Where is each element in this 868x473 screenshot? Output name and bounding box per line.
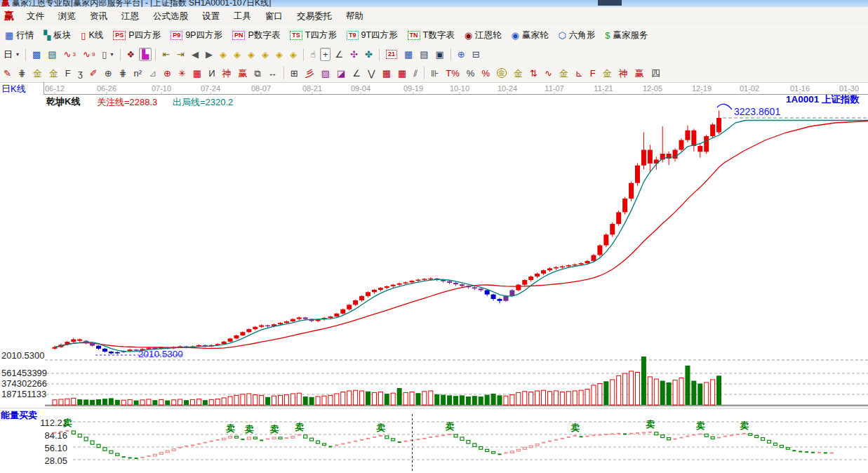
gold-circle-icon[interactable]: 金 (494, 66, 509, 80)
date-tick-label: 10-24 (498, 84, 517, 93)
box-tool-icon[interactable]: ⊞ (288, 67, 301, 80)
gann-wheel-button[interactable]: ◉江恩轮 (460, 27, 506, 44)
toolbar-separator (303, 48, 304, 61)
hand-tool-icon[interactable]: ☝ (307, 48, 319, 61)
shen-slash-icon[interactable]: 神 (616, 67, 631, 80)
gann-ruler-icon[interactable]: ⋕ (15, 67, 29, 80)
gold-ruler-2-icon[interactable]: 金 (46, 67, 61, 80)
crosshair-tool-icon[interactable]: + (320, 48, 331, 61)
gann-diamond-v-icon[interactable]: ◈ (273, 48, 286, 61)
fibonacci-ruler-icon[interactable]: F (62, 67, 74, 80)
info-list-icon[interactable]: ▤ (45, 48, 59, 61)
wave-9-icon[interactable]: ∿9 (80, 48, 98, 61)
compass-icon[interactable]: ⊕ (161, 67, 174, 80)
parallel-lines-icon[interactable]: ⫽ (410, 67, 420, 80)
swing-tool-icon[interactable]: ⇅ (527, 67, 540, 80)
ying-tool-icon[interactable]: 赢 (236, 67, 251, 80)
gann-grid-tool-icon[interactable]: ✤ (362, 48, 375, 61)
menu-item-3[interactable]: 江恩 (114, 8, 146, 25)
percent-icon[interactable]: % (464, 67, 478, 80)
last-page-button[interactable]: ⇥ (174, 48, 187, 61)
wave-3-icon[interactable]: ∿3 (61, 48, 79, 61)
menu-item-8[interactable]: 交易委托 (290, 8, 339, 25)
menu-item-7[interactable]: 窗口 (258, 8, 290, 25)
menu-item-0[interactable]: 文件 (20, 8, 51, 25)
gann-diamond-x-icon[interactable]: ◈ (259, 48, 272, 61)
save-icon[interactable]: ▣ (433, 48, 447, 61)
brush-tool-icon[interactable]: ✐ (87, 67, 100, 80)
candle-style-dropdown[interactable]: ▯▾ (99, 48, 116, 61)
spiral-tool-icon[interactable]: ʒ (75, 67, 86, 80)
shen-tool-icon[interactable]: 神 (220, 67, 234, 80)
multi-window-icon[interactable]: ▩ (29, 48, 44, 61)
fan-shade-icon[interactable]: ◪ (334, 67, 348, 80)
gold-angle-icon[interactable]: 金 (556, 67, 571, 80)
app-logo-icon: 赢 (0, 10, 20, 22)
band-tool-icon[interactable]: ∿ (542, 67, 555, 80)
width-measure-icon[interactable]: ↔ (265, 67, 280, 80)
wave-mark-icon[interactable]: И (206, 67, 218, 80)
t-percent-icon[interactable]: T% (443, 67, 462, 80)
check-lines-icon[interactable]: ⋁ (365, 67, 378, 80)
winner-service-button[interactable]: $赢家服务 (601, 27, 652, 44)
report-icon[interactable]: ▤ (417, 48, 431, 61)
web-update-icon[interactable]: ⊕ (455, 48, 468, 61)
trendline-tool-icon[interactable]: ∠ (332, 48, 346, 61)
circle-ruler-icon[interactable]: ⊕ (102, 67, 115, 80)
menu-item-9[interactable]: 帮助 (339, 8, 370, 25)
grid-gauge-icon[interactable]: ▦ (190, 67, 204, 80)
kline-button[interactable]: ▯K线 (76, 27, 107, 44)
grid-a-icon[interactable]: ▦ (380, 67, 394, 80)
percent-levels-icon[interactable]: % (479, 67, 493, 80)
gann-shape-tool-icon[interactable]: ✣ (347, 48, 361, 61)
gann-diamond-h-icon[interactable]: ◈ (245, 48, 258, 61)
gann-diamond-right-icon[interactable]: ◈ (231, 48, 243, 61)
ying-slash-icon[interactable]: 赢 (632, 67, 647, 80)
gann-diamond-left-icon[interactable]: ◈ (217, 48, 229, 61)
9t-square-button-icon: T9 (347, 31, 359, 40)
fan-box-icon[interactable]: ▨ (319, 67, 333, 80)
grid-b-icon[interactable]: ▦ (395, 67, 409, 80)
gold-levels-icon[interactable]: 金 (511, 67, 526, 80)
gann-diamond-all-icon[interactable]: ◈ (287, 48, 300, 61)
p-number-table-button[interactable]: PNP数字表 (228, 27, 284, 44)
angle-fan-icon[interactable]: ∠ (349, 67, 363, 80)
quotes-button[interactable]: ▦行情 (1, 27, 38, 44)
next-page-button[interactable]: ▶ (203, 48, 215, 61)
star-gauge-icon[interactable]: ✳ (175, 67, 189, 80)
menu-item-2[interactable]: 资讯 (83, 8, 114, 25)
sectors-button[interactable]: ▚板块 (39, 27, 75, 44)
remote-data-icon[interactable]: ⊟ (469, 48, 483, 61)
mirror-angle-icon[interactable]: ⊿ (146, 67, 159, 80)
menu-item-1[interactable]: 浏览 (51, 8, 83, 25)
f-slash-icon[interactable]: F (587, 67, 599, 80)
first-page-button[interactable]: ⇤ (159, 48, 173, 61)
t-number-table-button[interactable]: TNT数字表 (403, 27, 459, 44)
hexagon-button[interactable]: ⬡六角形 (554, 27, 599, 44)
period-daily-dropdown[interactable]: 日▾ (1, 48, 22, 61)
menu-item-6[interactable]: 工具 (227, 8, 258, 25)
menu-item-5[interactable]: 设置 (195, 8, 227, 25)
pen-tool-icon[interactable]: ✎ (1, 67, 14, 80)
gold-ruler-1-icon[interactable]: 金 (30, 67, 45, 80)
kline-chart-canvas[interactable]: 06-1206-2607-1007-2408-0708-2109-0409-19… (0, 82, 868, 473)
chip-tool-icon[interactable]: ❖ (124, 48, 138, 61)
winner-wheel-button[interactable]: ◉赢家轮 (507, 27, 553, 44)
si-slash-icon[interactable]: 四 (648, 67, 663, 80)
9p-square-button[interactable]: P99P四方形 (166, 27, 227, 44)
time-ruler-icon[interactable]: ⋕ (116, 67, 130, 80)
t-square-button[interactable]: TST四方形 (286, 27, 341, 44)
n-square-icon[interactable]: n² (131, 67, 145, 80)
count-ruler-icon[interactable]: ⊪ (428, 67, 441, 80)
fan-lines-icon[interactable]: 彡 (302, 67, 317, 80)
calendar-icon[interactable]: 21 (383, 48, 400, 61)
gold-slash-icon[interactable]: 金 (600, 67, 615, 80)
9t-square-button[interactable]: T99T四方形 (342, 27, 402, 44)
l-angle-icon[interactable]: ⊾ (573, 67, 586, 80)
prev-page-button[interactable]: ◀ (189, 48, 201, 61)
p-square-button[interactable]: PSP四方形 (109, 27, 165, 44)
chip-distribution-icon[interactable]: ▙ (139, 48, 152, 61)
menu-item-4[interactable]: 公式选股 (146, 8, 195, 25)
calculator-icon[interactable]: ▦ (401, 48, 415, 61)
ruler-123-icon[interactable]: ⧉ (252, 67, 264, 80)
